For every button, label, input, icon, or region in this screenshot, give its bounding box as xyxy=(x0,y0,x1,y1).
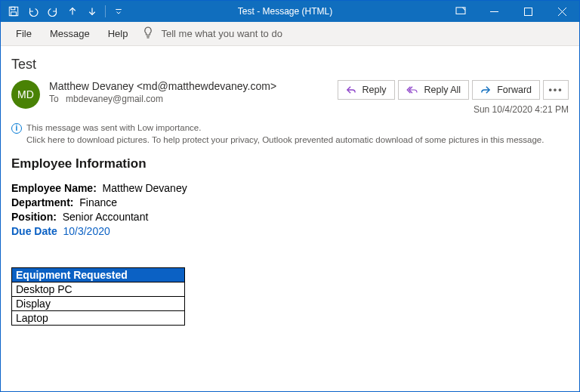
message-content: Test MD Matthew Devaney <md@matthewdevan… xyxy=(1,46,579,326)
message-timestamp: Sun 10/4/2020 4:21 PM xyxy=(474,104,569,115)
menu-message[interactable]: Message xyxy=(41,23,99,44)
department-line: Department: Finance xyxy=(11,196,569,208)
svg-rect-5 xyxy=(525,8,532,15)
forward-label: Forward xyxy=(497,85,532,95)
separator xyxy=(105,5,106,17)
info-icon: i xyxy=(11,123,22,134)
info-line1: This message was sent with Low importanc… xyxy=(26,122,544,134)
lightbulb-icon xyxy=(143,26,153,41)
equipment-cell: Desktop PC xyxy=(12,282,185,297)
maximize-button[interactable] xyxy=(511,1,545,22)
close-button[interactable] xyxy=(545,1,579,22)
due-date-value: 10/3/2020 xyxy=(63,225,110,237)
reply-label: Reply xyxy=(362,85,387,95)
save-icon[interactable] xyxy=(5,3,22,20)
body-heading: Employee Information xyxy=(11,156,569,171)
due-date-label: Due Date xyxy=(11,225,57,237)
titlebar: Test - Message (HTML) xyxy=(1,1,579,22)
ribbon-display-icon[interactable] xyxy=(443,1,477,22)
equipment-table: Equipment Requested Desktop PC Display L… xyxy=(11,267,185,326)
ellipsis-icon: ••• xyxy=(548,85,563,95)
table-row: Laptop xyxy=(12,311,185,326)
actions-block: Reply Reply All Forward ••• Sun 10/4/202… xyxy=(338,80,569,115)
due-date-line: Due Date 10/3/2020 xyxy=(11,225,569,237)
message-header: MD Matthew Devaney <md@matthewdevaney.co… xyxy=(11,80,569,115)
department-label: Department: xyxy=(11,196,73,208)
from-block: Matthew Devaney <md@matthewdevaney.com> … xyxy=(49,80,329,104)
email-body: Employee Information Employee Name: Matt… xyxy=(11,156,569,326)
minimize-button[interactable] xyxy=(477,1,511,22)
quick-access-toolbar xyxy=(1,3,127,20)
equipment-table-header: Equipment Requested xyxy=(12,268,185,282)
menubar: File Message Help Tell me what you want … xyxy=(1,22,579,46)
table-row: Display xyxy=(12,297,185,311)
forward-button[interactable]: Forward xyxy=(472,80,540,100)
info-line2: Click here to download pictures. To help… xyxy=(26,134,544,147)
svg-rect-1 xyxy=(11,7,15,10)
window-controls xyxy=(443,1,579,22)
tell-me-search[interactable]: Tell me what you want to do xyxy=(143,26,282,41)
info-text: This message was sent with Low importanc… xyxy=(26,122,544,146)
from-line: Matthew Devaney <md@matthewdevaney.com> xyxy=(49,80,329,92)
info-bar[interactable]: i This message was sent with Low importa… xyxy=(11,122,569,146)
previous-item-icon[interactable] xyxy=(64,3,81,20)
window-title: Test - Message (HTML) xyxy=(127,6,443,17)
employee-name-label: Employee Name: xyxy=(11,182,97,194)
equipment-cell: Display xyxy=(12,297,185,311)
customize-qat-icon[interactable] xyxy=(110,3,127,20)
to-line: To mbdevaney@gmail.com xyxy=(49,94,329,104)
equipment-cell: Laptop xyxy=(12,311,185,326)
svg-rect-2 xyxy=(11,12,17,16)
employee-name-value: Matthew Devaney xyxy=(103,182,187,194)
message-subject: Test xyxy=(11,57,569,73)
more-actions-button[interactable]: ••• xyxy=(543,80,569,100)
reply-all-button[interactable]: Reply All xyxy=(398,80,470,100)
position-value: Senior Accountant xyxy=(63,211,149,223)
department-value: Finance xyxy=(79,196,117,208)
table-row: Desktop PC xyxy=(12,282,185,297)
undo-icon[interactable] xyxy=(25,3,42,20)
menu-file[interactable]: File xyxy=(7,23,41,44)
position-line: Position: Senior Accountant xyxy=(11,211,569,223)
redo-icon[interactable] xyxy=(45,3,61,20)
menu-help[interactable]: Help xyxy=(99,23,137,44)
sender-avatar: MD xyxy=(11,80,40,109)
position-label: Position: xyxy=(11,211,57,223)
reply-button[interactable]: Reply xyxy=(338,80,395,100)
employee-name-line: Employee Name: Matthew Devaney xyxy=(11,182,569,194)
reply-all-label: Reply All xyxy=(424,85,461,95)
to-label: To xyxy=(49,94,59,104)
action-buttons: Reply Reply All Forward ••• xyxy=(338,80,569,100)
tell-me-placeholder: Tell me what you want to do xyxy=(161,28,282,39)
to-value: mbdevaney@gmail.com xyxy=(66,94,163,104)
next-item-icon[interactable] xyxy=(84,3,100,20)
